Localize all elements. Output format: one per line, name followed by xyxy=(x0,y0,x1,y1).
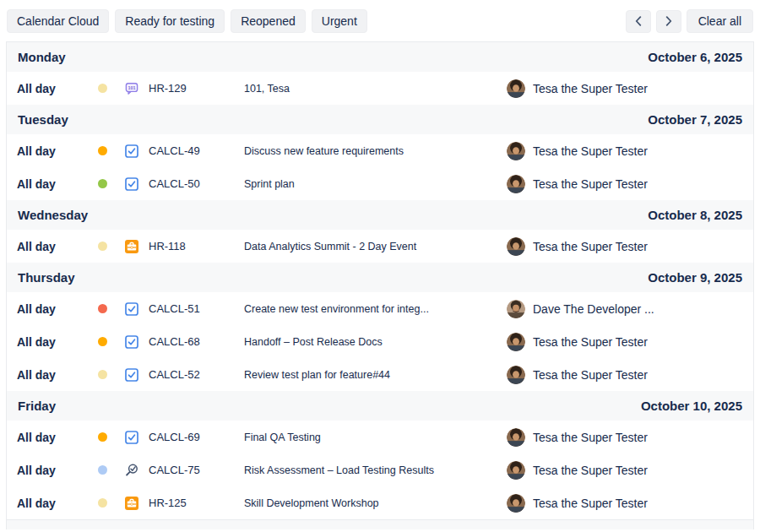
avatar xyxy=(507,428,525,447)
issue-key[interactable]: CALCL-68 xyxy=(149,335,233,348)
issue-summary[interactable]: Data Analytics Summit - 2 Day Event xyxy=(233,241,507,252)
task-icon xyxy=(115,431,149,444)
day-header-wednesday: Wednesday October 8, 2025 xyxy=(7,200,753,230)
status-dot xyxy=(98,304,107,313)
briefcase-icon xyxy=(115,240,149,253)
issue-key[interactable]: CALCL-51 xyxy=(149,302,233,315)
day-date: October 6, 2025 xyxy=(648,50,742,64)
filter-chip-ready-for-testing[interactable]: Ready for testing xyxy=(115,9,225,33)
next-day-header-cutoff xyxy=(7,519,753,529)
calendar-week-list: Monday October 6, 2025 All day 101 HR-12… xyxy=(6,41,754,529)
issue-key[interactable]: CALCL-50 xyxy=(149,177,233,190)
101-bubble-icon: 101 xyxy=(115,82,149,95)
briefcase-icon xyxy=(115,497,149,510)
day-header-thursday: Thursday October 9, 2025 xyxy=(7,263,753,292)
day-name: Friday xyxy=(18,399,56,413)
issue-key[interactable]: HR-125 xyxy=(149,497,233,509)
issue-summary[interactable]: Create new test environment for integ... xyxy=(233,303,507,315)
status-dot xyxy=(98,179,107,188)
issue-summary[interactable]: Discuss new feature requirements xyxy=(233,145,507,157)
magnifier-check-icon xyxy=(115,464,149,477)
task-icon xyxy=(115,144,149,158)
day-name: Wednesday xyxy=(18,208,88,222)
assignee-name: Tesa the Super Tester xyxy=(533,497,648,510)
issue-key[interactable]: HR-129 xyxy=(149,82,233,95)
event-time-label: All day xyxy=(17,335,90,349)
issue-key[interactable]: CALCL-75 xyxy=(149,464,233,476)
issue-key[interactable]: CALCL-49 xyxy=(149,144,233,157)
event-time-label: All day xyxy=(17,240,90,253)
day-name: Monday xyxy=(18,50,66,64)
status-dot xyxy=(98,84,107,93)
event-time-label: All day xyxy=(17,82,90,95)
event-row-calcl-51[interactable]: All day CALCL-51 Create new test environ… xyxy=(7,292,753,325)
task-icon xyxy=(115,368,149,382)
clear-all-button[interactable]: Clear all xyxy=(687,9,753,33)
avatar xyxy=(507,237,525,256)
day-name: Tuesday xyxy=(18,112,68,127)
issue-summary[interactable]: 101, Tesa xyxy=(233,83,507,95)
issue-summary[interactable]: Final QA Testing xyxy=(233,432,507,443)
filter-chip-urgent[interactable]: Urgent xyxy=(312,9,367,33)
filter-chip-calendar-cloud[interactable]: Calendar Cloud xyxy=(7,9,109,33)
avatar xyxy=(507,494,525,513)
status-dot xyxy=(98,432,107,442)
event-time-label: All day xyxy=(17,464,90,477)
prev-week-button[interactable] xyxy=(626,10,651,33)
chevron-left-icon xyxy=(635,16,642,26)
event-time-label: All day xyxy=(17,497,90,510)
event-row-calcl-50[interactable]: All day CALCL-50 Sprint plan Tesa the Su… xyxy=(7,167,753,200)
issue-summary[interactable]: Risk Assessment – Load Testing Results xyxy=(233,464,507,476)
assignee-name: Tesa the Super Tester xyxy=(533,464,648,477)
event-row-hr-125[interactable]: All day HR-125 Skill Development Worksho… xyxy=(7,486,753,519)
event-row-calcl-75[interactable]: All day CALCL-75 Risk Assessment – Load … xyxy=(7,453,753,486)
event-row-calcl-52[interactable]: All day CALCL-52 Review test plan for fe… xyxy=(7,358,753,391)
task-icon xyxy=(115,335,149,349)
day-date: October 7, 2025 xyxy=(648,112,742,127)
event-row-hr-118[interactable]: All day HR-118 Data Analytics Summit - 2… xyxy=(7,230,753,263)
task-icon xyxy=(115,177,149,191)
day-header-monday: Monday October 6, 2025 xyxy=(7,42,753,72)
event-time-label: All day xyxy=(17,302,90,316)
day-date: October 8, 2025 xyxy=(648,208,742,222)
issue-key[interactable]: CALCL-69 xyxy=(149,431,233,443)
assignee-name: Dave The Developer ... xyxy=(533,302,654,316)
day-date: October 9, 2025 xyxy=(648,270,742,285)
assignee-name: Tesa the Super Tester xyxy=(533,177,648,191)
assignee-name: Tesa the Super Tester xyxy=(533,240,648,253)
status-dot xyxy=(98,370,107,379)
assignee-name: Tesa the Super Tester xyxy=(533,335,648,349)
next-week-button[interactable] xyxy=(656,10,681,33)
issue-key[interactable]: HR-118 xyxy=(149,240,233,252)
event-time-label: All day xyxy=(17,431,90,444)
avatar xyxy=(507,461,525,480)
event-row-calcl-69[interactable]: All day CALCL-69 Final QA Testing Tesa t… xyxy=(7,421,753,453)
assignee-name: Tesa the Super Tester xyxy=(533,431,648,444)
avatar xyxy=(507,175,525,193)
event-row-calcl-49[interactable]: All day CALCL-49 Discuss new feature req… xyxy=(7,134,753,167)
issue-summary[interactable]: Skill Development Workshop xyxy=(233,497,507,509)
filter-chip-reopened[interactable]: Reopened xyxy=(231,9,306,33)
chevron-right-icon xyxy=(665,16,672,26)
avatar xyxy=(507,79,525,98)
status-dot xyxy=(98,465,107,475)
issue-key[interactable]: CALCL-52 xyxy=(149,368,233,381)
assignee-name: Tesa the Super Tester xyxy=(533,368,648,382)
avatar xyxy=(507,333,525,351)
event-time-label: All day xyxy=(17,144,90,158)
issue-summary[interactable]: Review test plan for feature#44 xyxy=(233,369,507,381)
toolbar: Calendar Cloud Ready for testing Reopene… xyxy=(0,0,760,41)
avatar xyxy=(507,300,525,318)
avatar xyxy=(507,142,525,160)
avatar xyxy=(507,366,525,384)
event-row-calcl-68[interactable]: All day CALCL-68 Handoff – Post Release … xyxy=(7,325,753,358)
issue-summary[interactable]: Sprint plan xyxy=(233,178,507,190)
svg-text:101: 101 xyxy=(128,84,136,90)
status-dot xyxy=(98,146,107,155)
event-time-label: All day xyxy=(17,177,90,191)
task-icon xyxy=(115,302,149,316)
issue-summary[interactable]: Handoff – Post Release Docs xyxy=(233,336,507,348)
day-name: Thursday xyxy=(18,270,75,285)
day-date: October 10, 2025 xyxy=(641,399,742,413)
event-row-hr-129[interactable]: All day 101 HR-129 101, Tesa Tesa the Su… xyxy=(7,72,753,105)
